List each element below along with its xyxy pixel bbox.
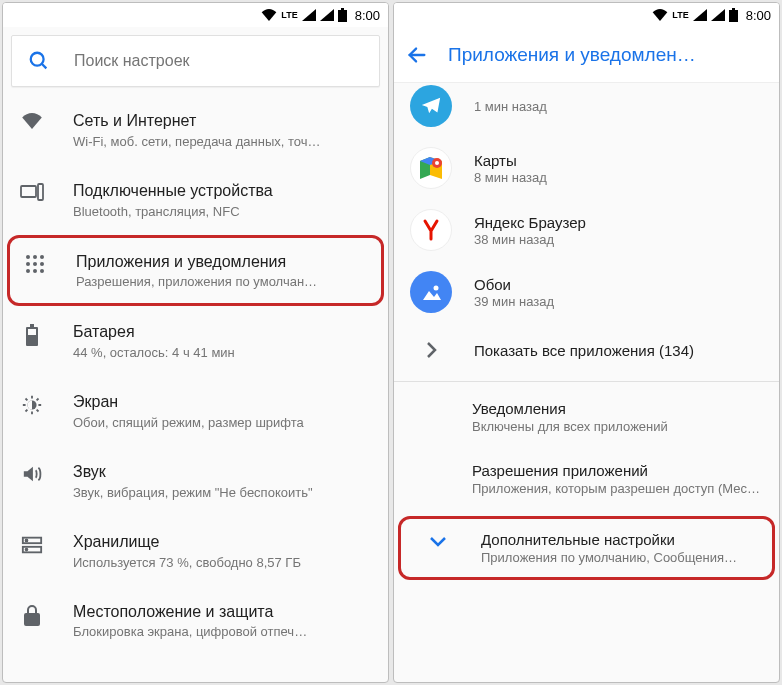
app-row-maps[interactable]: Карты 8 мин назад: [394, 137, 779, 199]
row-subtitle: 44 %, осталось: 4 ч 41 мин: [73, 345, 372, 360]
back-button[interactable]: [406, 44, 428, 66]
svg-rect-5: [38, 184, 43, 200]
row-subtitle: Звук, вибрация, режим "Не беспокоить": [73, 485, 372, 500]
row-sound[interactable]: Звук Звук, вибрация, режим "Не беспокоит…: [3, 446, 388, 516]
svg-point-21: [26, 539, 28, 541]
svg-point-2: [31, 53, 44, 66]
svg-rect-23: [25, 614, 39, 625]
row-title: Звук: [73, 462, 372, 483]
battery-icon: [729, 8, 738, 22]
row-title: Местоположение и защита: [73, 602, 372, 623]
svg-point-31: [435, 161, 439, 165]
appbar-title: Приложения и уведомлен…: [448, 44, 696, 66]
row-storage[interactable]: Хранилище Используется 73 %, свободно 8,…: [3, 516, 388, 586]
chevron-right-icon: [410, 341, 452, 359]
svg-point-22: [26, 548, 28, 550]
status-bar: LTE 8:00: [3, 3, 388, 27]
app-subtitle: 39 мин назад: [474, 294, 554, 309]
svg-rect-25: [732, 8, 735, 10]
app-row-wallpapers[interactable]: Обои 39 мин назад: [394, 261, 779, 323]
clock: 8:00: [355, 8, 380, 23]
svg-rect-16: [30, 324, 34, 327]
row-title: Уведомления: [472, 400, 763, 417]
svg-point-10: [33, 262, 37, 266]
row-notifications[interactable]: Уведомления Включены для всех приложений: [394, 386, 779, 448]
volume-icon: [19, 462, 45, 484]
row-app-permissions[interactable]: Разрешения приложений Приложения, которы…: [394, 448, 779, 510]
row-location-security[interactable]: Местоположение и защита Блокировка экран…: [3, 586, 388, 656]
row-advanced-settings[interactable]: Дополнительные настройки Приложения по у…: [401, 519, 772, 577]
appbar: Приложения и уведомлен…: [394, 27, 779, 83]
battery-icon: [19, 322, 45, 346]
svg-point-6: [26, 255, 30, 259]
row-subtitle: Bluetooth, трансляция, NFC: [73, 204, 372, 219]
signal-icon-2: [711, 9, 725, 21]
maps-icon: [410, 147, 452, 189]
svg-point-12: [26, 269, 30, 273]
row-subtitle: Приложения, которым разрешен доступ (Мес…: [472, 481, 763, 496]
svg-point-14: [40, 269, 44, 273]
signal-icon: [302, 9, 316, 21]
wifi-icon: [261, 9, 277, 21]
row-title: Батарея: [73, 322, 372, 343]
row-title: Сеть и Интернет: [73, 111, 372, 132]
apps-notifications-screen: LTE 8:00 Приложения и уведомлен… 1 мин н…: [393, 2, 780, 683]
show-all-apps[interactable]: Показать все приложения (134): [394, 323, 779, 377]
lock-icon: [19, 602, 45, 626]
wifi-icon: [652, 9, 668, 21]
row-title: Хранилище: [73, 532, 372, 553]
apps-list: 1 мин назад Карты 8 мин назад Яндекс Бра…: [394, 83, 779, 682]
status-bar: LTE 8:00: [394, 3, 779, 27]
highlight-apps-notifications: Приложения и уведомления Разрешения, при…: [7, 235, 384, 307]
wifi-icon: [19, 111, 45, 129]
row-title: Приложения и уведомления: [76, 252, 369, 273]
app-row-yandex-browser[interactable]: Яндекс Браузер 38 мин назад: [394, 199, 779, 261]
row-connected-devices[interactable]: Подключенные устройства Bluetooth, транс…: [3, 165, 388, 235]
search-settings[interactable]: Поиск настроек: [11, 35, 380, 87]
app-name: Обои: [474, 276, 554, 293]
row-network[interactable]: Сеть и Интернет Wi-Fi, моб. сети, переда…: [3, 95, 388, 165]
svg-point-8: [40, 255, 44, 259]
svg-rect-0: [338, 10, 347, 22]
app-name: Яндекс Браузер: [474, 214, 586, 231]
svg-rect-4: [21, 186, 36, 197]
settings-screen: LTE 8:00 Поиск настроек Сеть и Интернет …: [2, 2, 389, 683]
row-battery[interactable]: Батарея 44 %, осталось: 4 ч 41 мин: [3, 306, 388, 376]
highlight-advanced-settings: Дополнительные настройки Приложения по у…: [398, 516, 775, 580]
svg-rect-1: [341, 8, 344, 10]
app-subtitle: 1 мин назад: [474, 99, 547, 114]
app-subtitle: 38 мин назад: [474, 232, 586, 247]
show-all-label: Показать все приложения (134): [474, 342, 694, 359]
storage-icon: [19, 532, 45, 556]
telegram-icon: [410, 85, 452, 127]
signal-icon: [693, 9, 707, 21]
chevron-down-icon: [417, 531, 459, 547]
battery-icon: [338, 8, 347, 22]
svg-point-13: [33, 269, 37, 273]
search-placeholder: Поиск настроек: [74, 52, 190, 70]
devices-icon: [19, 181, 45, 201]
signal-icon-2: [320, 9, 334, 21]
app-row-telegram[interactable]: 1 мин назад: [394, 83, 779, 137]
svg-point-7: [33, 255, 37, 259]
svg-rect-17: [28, 329, 36, 335]
row-display[interactable]: Экран Обои, спящий режим, размер шрифта: [3, 376, 388, 446]
yandex-browser-icon: [410, 209, 452, 251]
svg-rect-24: [729, 10, 738, 22]
row-title: Дополнительные настройки: [481, 531, 737, 548]
row-subtitle: Блокировка экрана, цифровой отпеч…: [73, 624, 372, 639]
svg-point-9: [26, 262, 30, 266]
row-apps-notifications[interactable]: Приложения и уведомления Разрешения, при…: [10, 238, 381, 304]
app-name: Карты: [474, 152, 547, 169]
row-title: Экран: [73, 392, 372, 413]
row-subtitle: Обои, спящий режим, размер шрифта: [73, 415, 372, 430]
row-subtitle: Используется 73 %, свободно 8,57 ГБ: [73, 555, 372, 570]
row-subtitle: Wi-Fi, моб. сети, передача данных, точ…: [73, 134, 372, 149]
search-icon: [28, 50, 50, 72]
svg-point-32: [434, 286, 439, 291]
apps-grid-icon: [22, 252, 48, 274]
lte-indicator: LTE: [281, 11, 297, 20]
row-subtitle: Включены для всех приложений: [472, 419, 763, 434]
row-title: Разрешения приложений: [472, 462, 763, 479]
clock: 8:00: [746, 8, 771, 23]
